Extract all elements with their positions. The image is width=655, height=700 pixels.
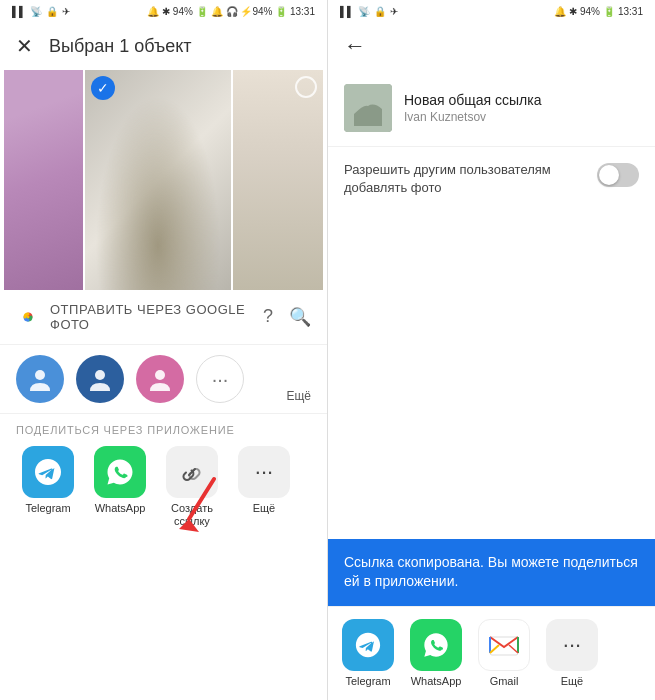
bottom-whatsapp-icon xyxy=(410,619,462,671)
bottom-telegram-icon xyxy=(342,619,394,671)
back-button[interactable]: ← xyxy=(344,33,366,59)
left-status-bar: ▌▌ 📡 🔒 ✈ 🔔 ✱ 94% 🔋 🔔 🎧 ⚡94% 🔋 13:31 xyxy=(0,0,327,22)
svg-marker-6 xyxy=(93,210,133,250)
svg-point-15 xyxy=(155,370,165,380)
link-title: Новая общая ссылка xyxy=(404,92,639,108)
svg-marker-2 xyxy=(133,170,173,210)
svg-point-13 xyxy=(35,370,45,380)
photo-item-left[interactable] xyxy=(4,70,83,290)
svg-line-11 xyxy=(140,200,176,202)
battery-text: 94% xyxy=(173,6,193,17)
photo-item-right[interactable] xyxy=(233,70,323,290)
bottom-telegram-label: Telegram xyxy=(345,675,390,688)
bottom-app-whatsapp[interactable]: WhatsApp xyxy=(404,619,468,688)
r-time: 13:31 xyxy=(618,6,643,17)
status-left-icons: ▌▌ 📡 🔒 ✈ xyxy=(12,6,70,17)
svg-marker-5 xyxy=(153,190,193,230)
more-apps-icon: ··· xyxy=(238,446,290,498)
svg-line-10 xyxy=(141,195,175,197)
r-alarm-icon: 🔔 xyxy=(554,6,566,17)
toggle-switch[interactable] xyxy=(597,163,639,187)
svg-line-9 xyxy=(143,190,173,192)
svg-marker-7 xyxy=(133,210,173,250)
bottom-app-gmail[interactable]: Gmail xyxy=(472,619,536,688)
r-battery-icon: 🔋 xyxy=(603,6,615,17)
copied-banner: Ссылка скопирована. Вы можете поделиться… xyxy=(328,539,655,606)
alarm-icon: 🔔 xyxy=(147,6,159,17)
app-item-whatsapp[interactable]: WhatsApp xyxy=(88,446,152,515)
whatsapp-icon xyxy=(94,446,146,498)
svg-point-14 xyxy=(95,370,105,380)
bottom-app-more[interactable]: ··· Ещё xyxy=(540,619,604,688)
google-photos-actions: ? 🔍 xyxy=(263,306,311,328)
svg-marker-16 xyxy=(179,519,199,532)
close-button[interactable]: ✕ xyxy=(16,34,33,58)
svg-marker-3 xyxy=(173,170,213,210)
avatar-3[interactable] xyxy=(136,355,184,403)
r-bluetooth-icon: ✱ xyxy=(569,6,577,17)
bottom-whatsapp-label: WhatsApp xyxy=(411,675,462,688)
help-button[interactable]: ? xyxy=(263,306,273,328)
share-link-card: Новая общая ссылка Ivan Kuznetsov xyxy=(328,70,655,147)
lock-icon: 🔒 xyxy=(46,6,58,17)
share-section: Поделиться через приложение Telegram Wha… xyxy=(0,413,327,534)
svg-marker-1 xyxy=(93,170,133,210)
left-top-bar: ✕ Выбран 1 объект xyxy=(0,22,327,70)
avatar-more-button[interactable]: ··· xyxy=(196,355,244,403)
left-panel: ▌▌ 📡 🔒 ✈ 🔔 ✱ 94% 🔋 🔔 🎧 ⚡94% 🔋 13:31 ✕ Вы… xyxy=(0,0,328,700)
bottom-more-label: Ещё xyxy=(561,675,584,688)
bluetooth-icon: ✱ xyxy=(162,6,170,17)
sneaker-photo xyxy=(85,70,231,290)
avatar-1[interactable] xyxy=(16,355,64,403)
page-title: Выбран 1 объект xyxy=(49,36,311,57)
airplane-icon: ✈ xyxy=(62,6,70,17)
status-right-icons: 🔔 ✱ 94% 🔋 🔔 🎧 ⚡94% 🔋 13:31 xyxy=(147,6,315,17)
arrow-indicator xyxy=(174,474,224,538)
right-top-bar: ← xyxy=(328,22,655,70)
svg-marker-4 xyxy=(113,190,153,230)
svg-point-8 xyxy=(103,182,213,238)
bottom-app-telegram[interactable]: Telegram xyxy=(336,619,400,688)
avatars-row: ··· Ещё xyxy=(0,345,327,413)
r-wifi-icon: 📡 xyxy=(358,6,370,17)
share-section-title: Поделиться через приложение xyxy=(16,424,311,436)
right-status-left: ▌▌ 📡 🔒 ✈ xyxy=(340,6,398,17)
toggle-knob xyxy=(599,165,619,185)
search-button[interactable]: 🔍 xyxy=(289,306,311,328)
telegram-icon xyxy=(22,446,74,498)
toggle-label: Разрешить другим пользователям добавлять… xyxy=(344,161,585,197)
time-left: 🔔 🎧 ⚡94% 🔋 13:31 xyxy=(211,6,315,17)
photo-item-center[interactable]: ✓ xyxy=(85,70,231,290)
photo-grid: ✓ xyxy=(0,70,327,290)
r-signal-icon: ▌▌ xyxy=(340,6,354,17)
link-info: Новая общая ссылка Ivan Kuznetsov xyxy=(404,92,639,124)
avatar-2[interactable] xyxy=(76,355,124,403)
bottom-more-icon: ··· xyxy=(546,619,598,671)
signal-icon: ▌▌ xyxy=(12,6,26,17)
right-panel: ▌▌ 📡 🔒 ✈ 🔔 ✱ 94% 🔋 13:31 ← Новая общая с… xyxy=(328,0,655,700)
svg-rect-0 xyxy=(85,70,231,290)
toggle-row: Разрешить другим пользователям добавлять… xyxy=(328,147,655,211)
app-item-more[interactable]: ··· Ещё xyxy=(232,446,296,515)
link-subtitle: Ivan Kuznetsov xyxy=(404,110,639,124)
app-item-telegram[interactable]: Telegram xyxy=(16,446,80,515)
google-logo xyxy=(16,305,40,329)
whatsapp-label: WhatsApp xyxy=(95,502,146,515)
photo-check-mark: ✓ xyxy=(91,76,115,100)
more-apps-label: Ещё xyxy=(253,502,276,515)
right-status-right: 🔔 ✱ 94% 🔋 13:31 xyxy=(554,6,643,17)
wifi-icon: 📡 xyxy=(30,6,42,17)
r-airplane-icon: ✈ xyxy=(390,6,398,17)
bottom-gmail-label: Gmail xyxy=(490,675,519,688)
r-battery-text: 94% xyxy=(580,6,600,17)
copied-banner-text: Ссылка скопирована. Вы можете поделиться… xyxy=(344,553,639,592)
apps-row: Telegram WhatsApp Создать ссылку xyxy=(16,446,311,528)
r-lock-icon: 🔒 xyxy=(374,6,386,17)
more-label: Ещё xyxy=(286,389,311,403)
spacer xyxy=(328,211,655,538)
bottom-gmail-icon xyxy=(478,619,530,671)
bottom-apps-row: Telegram WhatsApp Gmail xyxy=(328,606,655,700)
link-thumbnail xyxy=(344,84,392,132)
photo-select-circle xyxy=(295,76,317,98)
battery-icon: 🔋 xyxy=(196,6,208,17)
